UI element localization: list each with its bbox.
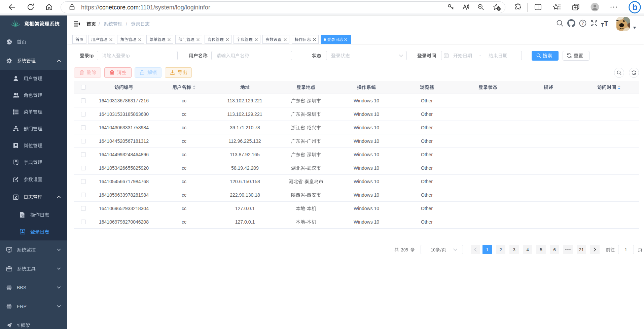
svg-text:?: ? [582, 21, 584, 26]
svg-text:b: b [632, 2, 637, 12]
